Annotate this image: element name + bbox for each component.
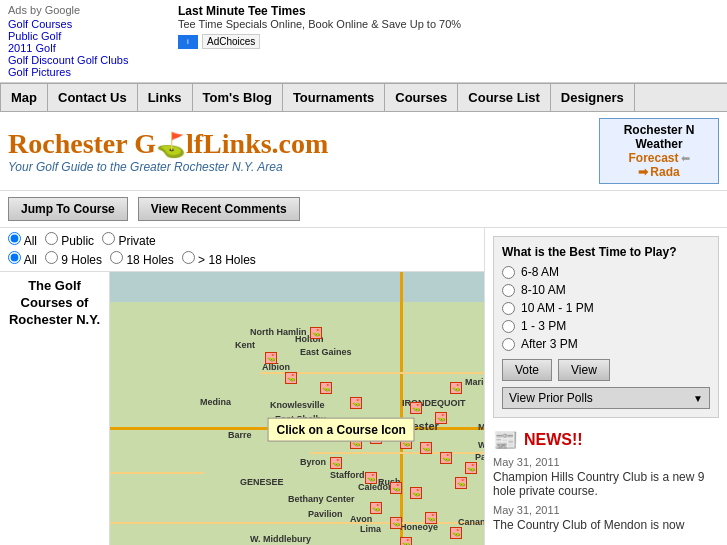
golf-icon-2[interactable]: ⛳ (265, 352, 277, 364)
filter-holes-all-text: All (24, 253, 37, 267)
news-date-1: May 31, 2011 (493, 504, 719, 516)
map-area[interactable]: North Hamlin Kent East Gaines Holton Alb… (110, 272, 484, 545)
title-part2: lfLinks.com (186, 128, 328, 159)
golf-icon-19[interactable]: ⛳ (365, 472, 377, 484)
right-panel: What is the Best Time to Play? 6-8 AM 8-… (485, 228, 727, 545)
city-wayne: WAYNE (478, 440, 484, 450)
filter-all-label[interactable]: All (8, 232, 37, 248)
filter-more-label[interactable]: > 18 Holes (182, 251, 256, 267)
city-marion: Marion (465, 377, 484, 387)
golf-icon-26[interactable]: ⛳ (425, 512, 437, 524)
golf-icon-1[interactable]: ⛳ (310, 327, 322, 339)
ads-link-4[interactable]: Golf Pictures (8, 66, 168, 78)
adchoice-row: i AdChoices (178, 34, 719, 49)
nav-links[interactable]: Links (138, 84, 193, 111)
ads-link-2[interactable]: 2011 Golf (8, 42, 168, 54)
news-box: 📰 NEWS!! May 31, 2011 Champion Hills Cou… (493, 428, 719, 532)
golf-icon-5[interactable]: ⛳ (350, 397, 362, 409)
time-radio-3[interactable] (502, 320, 515, 333)
filter-public-text: Public (61, 234, 94, 248)
nav-map[interactable]: Map (0, 84, 48, 111)
golf-icon-14[interactable]: ⛳ (420, 442, 432, 454)
golf-icon-16[interactable]: ⛳ (465, 462, 477, 474)
filter-eighteen-label[interactable]: 18 Holes (110, 251, 174, 267)
filter-nine-label[interactable]: 9 Holes (45, 251, 102, 267)
golf-icon-7[interactable]: ⛳ (435, 412, 447, 424)
time-radio-0[interactable] (502, 266, 515, 279)
filter-more-radio[interactable] (182, 251, 195, 264)
filter-public-radio[interactable] (45, 232, 58, 245)
nav-courses[interactable]: Courses (385, 84, 458, 111)
nav-tournaments[interactable]: Tournaments (283, 84, 385, 111)
golf-icon-21[interactable]: ⛳ (410, 487, 422, 499)
golf-icon-18[interactable]: ⛳ (330, 457, 342, 469)
filter-holes-all-radio[interactable] (8, 251, 21, 264)
city-medina: Medina (200, 397, 231, 407)
right-scroll-area: What is the Best Time to Play? 6-8 AM 8-… (493, 236, 719, 538)
news-text-1: The Country Club of Mendon is now (493, 518, 719, 532)
ads-right-title: Last Minute Tee Times (178, 4, 719, 18)
prior-polls-label: View Prior Polls (509, 391, 593, 405)
golf-icon-4[interactable]: ⛳ (320, 382, 332, 394)
ads-link-0[interactable]: Golf Courses (8, 18, 168, 30)
golf-icon-28[interactable]: ⛳ (400, 537, 412, 545)
filter-nine-radio[interactable] (45, 251, 58, 264)
radar-link[interactable]: Rada (650, 165, 679, 179)
weather-title2: Weather (606, 137, 712, 151)
jump-to-course-button[interactable]: Jump To Course (8, 197, 128, 221)
news-date-0: May 31, 2011 (493, 456, 719, 468)
map-background: North Hamlin Kent East Gaines Holton Alb… (110, 272, 484, 545)
nav-course-list[interactable]: Course List (458, 84, 551, 111)
golf-icon-15[interactable]: ⛳ (440, 452, 452, 464)
time-option-0: 6-8 AM (502, 265, 710, 279)
time-radio-2[interactable] (502, 302, 515, 315)
filter-public-label[interactable]: Public (45, 232, 94, 248)
view-button[interactable]: View (558, 359, 610, 381)
time-label-3: 1 - 3 PM (521, 319, 566, 333)
course-list-sidebar: The Golf Courses of Rochester N.Y. (0, 272, 110, 545)
time-radio-4[interactable] (502, 338, 515, 351)
time-radio-1[interactable] (502, 284, 515, 297)
golf-icon-8[interactable]: ⛳ (450, 382, 462, 394)
title-golf-icon: ⛳ (156, 132, 186, 158)
vote-button[interactable]: Vote (502, 359, 552, 381)
filter-eighteen-radio[interactable] (110, 251, 123, 264)
ads-by-google-label: Ads by Google (8, 4, 168, 16)
city-byron: Byron (300, 457, 326, 467)
news-header: 📰 NEWS!! (493, 428, 719, 452)
nav-bar: Map Contact Us Links Tom's Blog Tourname… (0, 83, 727, 112)
ads-link-1[interactable]: Public Golf (8, 30, 168, 42)
golf-icon-25[interactable]: ⛳ (390, 517, 402, 529)
nav-designers[interactable]: Designers (551, 84, 635, 111)
city-knowlesville: Knowlesville (270, 400, 325, 410)
prior-polls-button[interactable]: View Prior Polls ▼ (502, 387, 710, 409)
nav-blog[interactable]: Tom's Blog (193, 84, 283, 111)
weather-title: Rochester N (606, 123, 712, 137)
ads-link-3[interactable]: Golf Discount Golf Clubs (8, 54, 168, 66)
course-area: The Golf Courses of Rochester N.Y. (0, 272, 484, 545)
golf-icon-3[interactable]: ⛳ (285, 372, 297, 384)
adchoice-button[interactable]: AdChoices (202, 34, 260, 49)
golf-icon-27[interactable]: ⛳ (450, 527, 462, 539)
filter-eighteen-text: 18 Holes (126, 253, 173, 267)
radar-arrow: ➡ (638, 165, 648, 179)
city-kent: Kent (235, 340, 255, 350)
filter-private-radio[interactable] (102, 232, 115, 245)
filter-private-label[interactable]: Private (102, 232, 156, 248)
road-31 (310, 452, 484, 454)
golf-icon-24[interactable]: ⛳ (370, 502, 382, 514)
filter-row1: All Public Private (8, 232, 476, 248)
time-option-2: 10 AM - 1 PM (502, 301, 710, 315)
time-option-3: 1 - 3 PM (502, 319, 710, 333)
golf-icon-6[interactable]: ⛳ (410, 402, 422, 414)
nav-contact[interactable]: Contact Us (48, 84, 138, 111)
golf-icon-20[interactable]: ⛳ (390, 482, 402, 494)
filter-holes-all-label[interactable]: All (8, 251, 37, 267)
course-list-heading-text: The Golf Courses of Rochester N.Y. (9, 278, 100, 327)
time-label-2: 10 AM - 1 PM (521, 301, 594, 315)
view-recent-comments-button[interactable]: View Recent Comments (138, 197, 300, 221)
filter-all-radio[interactable] (8, 232, 21, 245)
golf-icon-22[interactable]: ⛳ (455, 477, 467, 489)
forecast-link[interactable]: Forecast (628, 151, 678, 165)
city-canandaigua: Canandaigua (458, 517, 484, 527)
